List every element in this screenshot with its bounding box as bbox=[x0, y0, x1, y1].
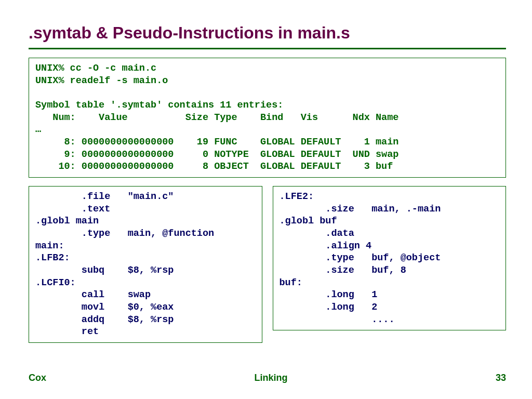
asm-left-text: .file "main.c" .text .globl main .type m… bbox=[35, 191, 256, 338]
symbol-table-text: UNIX% cc -O -c main.c UNIX% readelf -s m… bbox=[35, 62, 499, 173]
slide-footer: Cox Linking 33 bbox=[29, 373, 506, 383]
footer-author: Cox bbox=[29, 373, 46, 383]
footer-topic: Linking bbox=[254, 373, 287, 383]
asm-right-text: .LFE2: .size main, .-main .globl buf .da… bbox=[280, 191, 500, 326]
footer-page: 33 bbox=[496, 373, 506, 383]
title-divider bbox=[29, 48, 506, 49]
slide-title: .symtab & Pseudo-Instructions in main.s bbox=[29, 23, 506, 43]
asm-left-box: .file "main.c" .text .globl main .type m… bbox=[29, 186, 262, 343]
asm-right-box: .LFE2: .size main, .-main .globl buf .da… bbox=[273, 186, 507, 330]
code-columns: .file "main.c" .text .globl main .type m… bbox=[29, 186, 506, 343]
symbol-table-box: UNIX% cc -O -c main.c UNIX% readelf -s m… bbox=[29, 58, 506, 178]
